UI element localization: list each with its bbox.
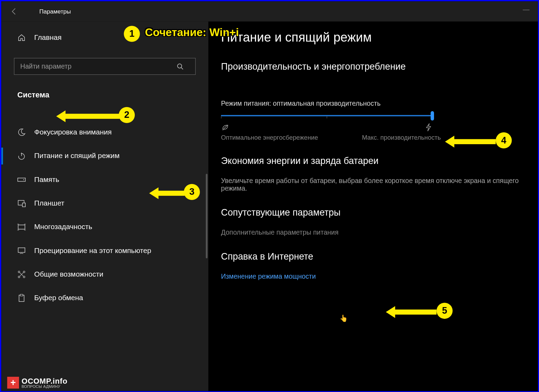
shared-icon <box>17 270 34 279</box>
svg-line-1 <box>181 68 183 69</box>
section-help-heading: Справка в Интернете <box>221 251 525 262</box>
search-input[interactable] <box>14 63 176 70</box>
section-battery-text: Увеличьте время работы от батареи, выбра… <box>221 177 525 192</box>
sidebar-item-label: Память <box>34 175 59 184</box>
sidebar-item-shared[interactable]: Общие возможности <box>1 263 209 286</box>
svg-rect-8 <box>18 225 25 229</box>
search-icon <box>177 63 195 70</box>
svg-rect-7 <box>23 203 26 207</box>
main-content: Питание и спящий режим Производительност… <box>208 21 538 391</box>
settings-window: Параметры Главная Система <box>0 0 539 392</box>
svg-point-15 <box>23 271 25 273</box>
power-icon <box>17 152 34 160</box>
search-box[interactable] <box>14 58 196 75</box>
back-button[interactable] <box>6 3 23 20</box>
annotation-badge-4: 4 <box>496 132 512 148</box>
page-title: Питание и спящий режим <box>221 30 525 44</box>
slider-left-label: Оптимальное энергосбережение <box>221 134 318 141</box>
sidebar-item-multitasking[interactable]: Многозадачность <box>1 215 209 239</box>
sidebar-home-label: Главная <box>34 33 62 42</box>
lightning-icon <box>425 123 432 132</box>
watermark-main: OCOMP.info <box>21 377 68 385</box>
sidebar-item-label: Фокусировка внимания <box>34 128 112 137</box>
sidebar-item-power-sleep[interactable]: Питание и спящий режим <box>1 144 209 168</box>
section-battery-heading: Экономия энергии и заряда батареи <box>221 156 525 167</box>
back-arrow-icon <box>10 8 18 15</box>
projecting-icon <box>17 246 34 255</box>
sidebar-item-label: Многозадачность <box>34 223 92 231</box>
sidebar-item-label: Питание и спящий режим <box>34 152 120 160</box>
cursor-icon: 👆 <box>339 314 348 322</box>
sidebar-item-label: Проецирование на этот компьютер <box>34 246 151 255</box>
multitasking-icon <box>17 223 34 231</box>
additional-power-link[interactable]: Дополнительные параметры питания <box>221 229 525 236</box>
power-slider[interactable] <box>221 115 525 119</box>
minimize-icon[interactable] <box>523 10 530 10</box>
section-performance-heading: Производительность и энергопотребление <box>221 61 525 72</box>
sidebar-item-clipboard[interactable]: Буфер обмена <box>1 286 209 310</box>
window-title: Параметры <box>39 8 71 15</box>
power-mode-label: Режим питания: оптимальная производитель… <box>221 100 525 107</box>
storage-icon <box>17 177 34 182</box>
sidebar-category-system[interactable]: Система <box>1 85 209 108</box>
clipboard-icon <box>17 294 34 302</box>
home-icon <box>17 33 34 42</box>
sidebar-item-label: Планшет <box>34 199 64 208</box>
slider-right-label: Макс. производительность <box>362 134 441 141</box>
sidebar-item-focus-assist[interactable]: Фокусировка внимания <box>1 121 209 144</box>
sidebar-item-storage[interactable]: Память <box>1 168 209 191</box>
svg-point-14 <box>18 271 20 273</box>
svg-rect-4 <box>18 178 25 182</box>
watermark: + OCOMP.info ВОПРОСЫ АДМИНУ <box>7 377 68 389</box>
annotation-text-1: Сочетание: Win+i <box>145 26 239 39</box>
svg-point-17 <box>23 276 25 278</box>
svg-rect-13 <box>18 248 25 252</box>
svg-rect-21 <box>20 294 23 296</box>
leaf-icon <box>221 123 230 132</box>
watermark-plus-icon: + <box>7 377 19 389</box>
annotation-badge-1: 1 <box>124 26 140 42</box>
sidebar-item-label: Общие возможности <box>34 270 103 279</box>
sidebar-item-projecting[interactable]: Проецирование на этот компьютер <box>1 239 209 262</box>
svg-point-0 <box>177 64 182 68</box>
sidebar-item-label: Буфер обмена <box>34 294 83 302</box>
sidebar: Главная Система Фокусировка внимания <box>1 21 209 391</box>
annotation-badge-5: 5 <box>436 303 452 319</box>
annotation-badge-2: 2 <box>119 107 135 123</box>
svg-point-16 <box>18 276 20 278</box>
moon-icon <box>17 128 34 137</box>
titlebar: Параметры <box>1 1 538 22</box>
svg-point-5 <box>23 179 24 180</box>
change-power-mode-link[interactable]: Изменение режима мощности <box>221 273 525 280</box>
watermark-sub: ВОПРОСЫ АДМИНУ <box>21 385 68 389</box>
section-related-heading: Сопутствующие параметры <box>221 207 525 218</box>
annotation-badge-3: 3 <box>184 184 200 200</box>
slider-thumb[interactable] <box>431 111 434 121</box>
tablet-icon <box>17 199 34 208</box>
sidebar-scrollbar[interactable] <box>206 174 207 258</box>
